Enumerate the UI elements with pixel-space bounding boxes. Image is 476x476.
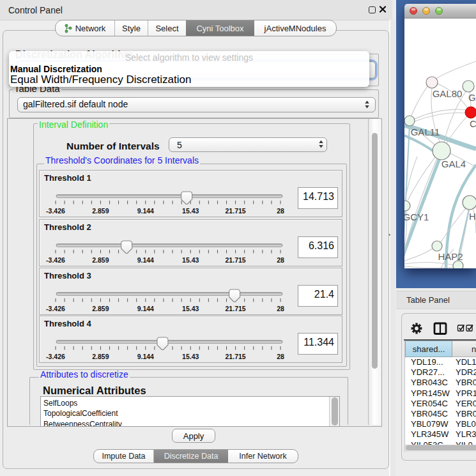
svg-text:C: C xyxy=(470,118,476,129)
svg-text:28: 28 xyxy=(277,305,284,312)
svg-text:9.144: 9.144 xyxy=(137,256,154,264)
svg-text:9.144: 9.144 xyxy=(137,353,154,360)
svg-text:9.144: 9.144 xyxy=(137,207,154,215)
svg-text:GAL80: GAL80 xyxy=(433,88,463,99)
svg-text:9.144: 9.144 xyxy=(137,305,154,312)
svg-text:-3.426: -3.426 xyxy=(46,207,65,215)
svg-text:2.859: 2.859 xyxy=(92,256,109,264)
svg-text:HAP2: HAP2 xyxy=(438,251,463,262)
svg-text:15.43: 15.43 xyxy=(182,305,199,312)
svg-text:-3.426: -3.426 xyxy=(46,305,65,312)
svg-text:2.859: 2.859 xyxy=(92,305,109,312)
svg-text:GCY1: GCY1 xyxy=(404,211,429,222)
svg-text:15.43: 15.43 xyxy=(182,207,199,215)
svg-text:28: 28 xyxy=(277,256,284,264)
svg-text:2.859: 2.859 xyxy=(92,353,109,360)
svg-text:GAL11: GAL11 xyxy=(411,127,440,137)
svg-text:HI: HI xyxy=(469,211,476,222)
svg-text:21.715: 21.715 xyxy=(226,353,246,360)
svg-text:GAL4: GAL4 xyxy=(441,158,466,169)
svg-text:15.43: 15.43 xyxy=(182,256,199,264)
svg-text:21.715: 21.715 xyxy=(226,207,246,215)
svg-text:15.43: 15.43 xyxy=(182,353,199,360)
svg-text:-3.426: -3.426 xyxy=(46,353,65,360)
svg-text:28: 28 xyxy=(277,353,284,360)
svg-text:2.859: 2.859 xyxy=(92,207,109,215)
svg-text:-3.426: -3.426 xyxy=(46,256,65,264)
svg-text:21.715: 21.715 xyxy=(226,256,246,264)
svg-text:21.715: 21.715 xyxy=(226,305,246,312)
svg-text:28: 28 xyxy=(277,207,284,215)
svg-text:GA: GA xyxy=(468,92,476,103)
